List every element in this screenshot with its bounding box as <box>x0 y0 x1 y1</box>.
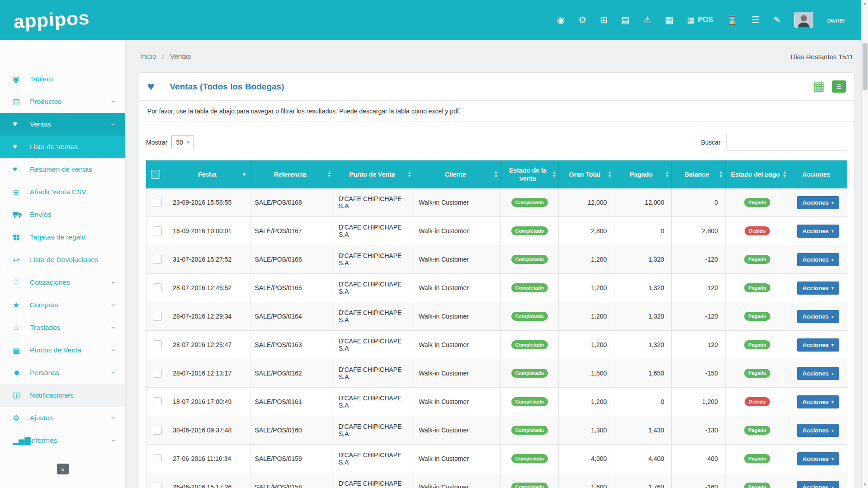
col-punto-de-venta[interactable]: Punto de Venta▲▼ <box>334 161 414 188</box>
sidebar-item-compras[interactable]: ★Compras› <box>0 294 125 316</box>
col-gran-total[interactable]: Gran Total▲▼ <box>559 161 614 188</box>
col-fecha[interactable]: Fecha▼ <box>168 161 250 188</box>
sidebar-item-productos[interactable]: ▥Productos› <box>0 90 125 113</box>
acciones-button[interactable]: Acciones▾ <box>797 253 839 266</box>
sidebar-item-tarjetas-de-regalo[interactable]: Tarjetas de regalo <box>0 226 125 249</box>
table-row: 28-07-2016 12:13:17SALE/POS/0162D'CAFE C… <box>146 359 847 388</box>
cell-balance: -120 <box>672 302 726 331</box>
sidebar-item-notificaciones[interactable]: ⓘNotificaciones <box>0 384 125 407</box>
col-estado-venta[interactable]: Estado de la venta▲▼ <box>500 161 559 188</box>
row-checkbox[interactable] <box>153 369 162 378</box>
acciones-button[interactable]: Acciones▾ <box>797 282 839 295</box>
sidebar-item-ventas[interactable]: ♥Ventas› <box>0 113 125 136</box>
dashboard-icon[interactable]: ◉ <box>557 15 565 24</box>
hourglass-icon[interactable]: ⌛ <box>726 15 738 24</box>
excel-icon[interactable]: ▦ <box>813 80 825 93</box>
avatar[interactable] <box>794 12 813 28</box>
acciones-button[interactable]: Acciones▾ <box>797 310 839 323</box>
sidebar-item-informes[interactable]: ▂▅▇Informes› <box>0 429 125 452</box>
cell-fecha: 28-07-2016 12:13:17 <box>168 359 250 388</box>
table-row: 28-07-2016 12:29:34SALE/POS/0164D'CAFE C… <box>146 302 847 331</box>
columns-icon[interactable]: ☰ <box>832 80 846 93</box>
acciones-button[interactable]: Acciones▾ <box>797 424 839 437</box>
sidebar-item-ajustes[interactable]: ⚙Ajustes› <box>0 407 125 429</box>
list-icon[interactable]: ☰ <box>751 15 760 24</box>
sale-status-badge: Completado <box>511 369 548 378</box>
scroll-up-icon[interactable]: ▲ <box>862 0 868 7</box>
cell-fecha: 28-07-2016 12:25:47 <box>168 331 250 359</box>
acciones-button[interactable]: Acciones▾ <box>797 481 839 488</box>
row-checkbox[interactable] <box>153 226 162 235</box>
calculator-icon[interactable]: ⊞ <box>600 15 608 24</box>
sidebar-item-lista-de-devoluciones[interactable]: ↩Lista de Devoluciones <box>0 249 125 271</box>
acciones-label: Acciones <box>802 399 829 405</box>
sort-icon: ▲▼ <box>719 170 723 178</box>
breadcrumb-home-link[interactable]: Inicio <box>140 52 156 60</box>
acciones-button[interactable]: Acciones▾ <box>797 452 839 465</box>
row-checkbox[interactable] <box>153 397 162 406</box>
sidebar-item-cotizaciones[interactable]: ♡Cotizaciones› <box>0 271 125 294</box>
acciones-button[interactable]: Acciones▾ <box>797 338 839 352</box>
row-checkbox[interactable] <box>153 312 162 321</box>
gift-icon <box>13 234 30 241</box>
caret-down-icon: ▾ <box>831 314 834 319</box>
col-cliente[interactable]: Cliente▲▼ <box>414 161 500 188</box>
apps-icon[interactable]: ▦ <box>665 15 674 24</box>
acciones-button[interactable]: Acciones▾ <box>797 395 839 408</box>
acciones-button[interactable]: Acciones▾ <box>797 367 839 380</box>
chevron-down-icon: › <box>109 304 117 306</box>
scrollbar[interactable]: ▲ ▼ <box>861 0 868 488</box>
acciones-button[interactable]: Acciones▾ <box>797 225 839 238</box>
sidebar-item-label: Ventas <box>30 120 112 128</box>
scroll-down-icon[interactable]: ▼ <box>862 481 868 488</box>
cell-select <box>146 245 168 274</box>
cell-estado-pago: Pagado <box>726 416 789 445</box>
sidebar-item-personas[interactable]: ☻Personas› <box>0 361 125 384</box>
col-estado-pago[interactable]: Estado del pago▲▼ <box>726 161 789 188</box>
cogs-icon[interactable]: ⚙ <box>578 15 586 24</box>
row-checkbox[interactable] <box>153 426 162 435</box>
scrollbar-thumb[interactable] <box>863 43 868 90</box>
search-input[interactable] <box>726 134 847 150</box>
page-size-value: 50 <box>176 139 183 146</box>
sidebar-item-puntos-de-venta[interactable]: ▦Puntos de Venta› <box>0 339 125 361</box>
cell-estado-pago: Pagado <box>726 331 789 359</box>
row-checkbox[interactable] <box>153 483 162 488</box>
sidebar-item-lista-de-ventas[interactable]: ♥Lista de Ventas <box>0 136 125 158</box>
table-row: 28-07-2016 12:45:52SALE/POS/0165D'CAFE C… <box>146 274 847 302</box>
sidebar-item-label: Notificaciones <box>30 391 114 399</box>
row-checkbox[interactable] <box>153 255 162 264</box>
sidebar-item-traslados[interactable]: ☆Traslados› <box>0 316 125 339</box>
cell-referencia: SALE/POS/0163 <box>250 331 334 359</box>
sidebar-item-envios[interactable]: Envíos <box>0 203 125 226</box>
warning-icon[interactable]: ⚠ <box>643 15 651 24</box>
sidebar-item-resumen-de-ventas[interactable]: ♥Resumen de ventas <box>0 158 125 181</box>
cell-estado-pago: Debido <box>726 388 789 416</box>
sidebar-collapse-button[interactable]: « <box>57 464 69 474</box>
page-size-select[interactable]: 50 ▾ <box>171 135 194 149</box>
cell-referencia: SALE/POS/0164 <box>250 302 334 331</box>
row-checkbox[interactable] <box>153 198 162 207</box>
row-checkbox[interactable] <box>153 283 162 292</box>
row-checkbox[interactable] <box>153 340 162 349</box>
sort-icon: ▲▼ <box>327 170 331 178</box>
cell-pagado: 0 <box>614 388 672 416</box>
col-pagado[interactable]: Pagado▲▼ <box>614 161 672 188</box>
acciones-button[interactable]: Acciones▾ <box>797 196 839 209</box>
pos-button[interactable]: ▦ POS <box>687 16 713 24</box>
sidebar-item-anadir-venta-csv[interactable]: ⊕Añadir Venta CSV <box>0 181 125 203</box>
eraser-icon[interactable]: ✎ <box>773 15 781 24</box>
sidebar-item-label: Informes <box>30 436 112 445</box>
cell-balance: -120 <box>672 245 726 274</box>
app-logo[interactable]: appipos <box>13 7 90 33</box>
col-balance[interactable]: Balance▲▼ <box>672 161 726 188</box>
acciones-label: Acciones <box>802 455 829 462</box>
sidebar-item-tablero[interactable]: ◉Tablero <box>0 68 125 90</box>
calendar-icon[interactable]: ▤ <box>621 15 630 24</box>
row-checkbox[interactable] <box>153 454 162 463</box>
cell-acciones: Acciones▾ <box>789 188 847 217</box>
col-referencia[interactable]: Referencia▲▼ <box>250 161 334 188</box>
select-all-checkbox[interactable] <box>151 170 160 179</box>
payment-status-badge: Pagado <box>744 426 770 435</box>
sale-status-badge: Completado <box>511 340 548 349</box>
